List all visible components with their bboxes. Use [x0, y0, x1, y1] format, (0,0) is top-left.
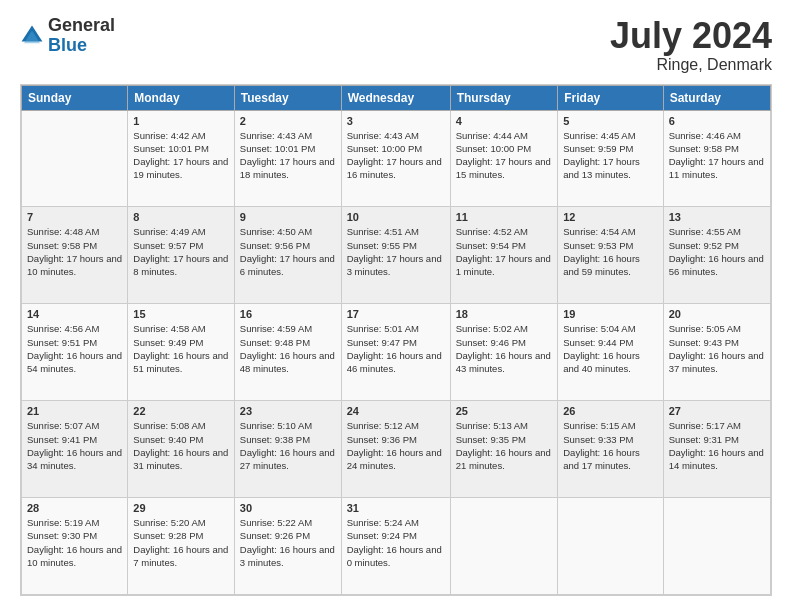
day-number: 9 [240, 211, 336, 223]
calendar-cell [663, 498, 770, 595]
calendar-cell: 23Sunrise: 5:10 AMSunset: 9:38 PMDayligh… [234, 401, 341, 498]
cell-info: Sunrise: 5:15 AMSunset: 9:33 PMDaylight:… [563, 419, 657, 472]
day-number: 11 [456, 211, 553, 223]
cell-info: Sunrise: 4:48 AMSunset: 9:58 PMDaylight:… [27, 225, 122, 278]
calendar-header: Sunday Monday Tuesday Wednesday Thursday… [22, 85, 771, 110]
cell-info: Sunrise: 5:19 AMSunset: 9:30 PMDaylight:… [27, 516, 122, 569]
calendar-cell: 7Sunrise: 4:48 AMSunset: 9:58 PMDaylight… [22, 207, 128, 304]
logo-text: General Blue [48, 16, 115, 56]
calendar-cell: 16Sunrise: 4:59 AMSunset: 9:48 PMDayligh… [234, 304, 341, 401]
cell-info: Sunrise: 5:22 AMSunset: 9:26 PMDaylight:… [240, 516, 336, 569]
header: General Blue July 2024 Ringe, Denmark [20, 16, 772, 74]
day-number: 7 [27, 211, 122, 223]
day-number: 6 [669, 115, 765, 127]
location: Ringe, Denmark [610, 56, 772, 74]
cell-info: Sunrise: 4:52 AMSunset: 9:54 PMDaylight:… [456, 225, 553, 278]
day-number: 20 [669, 308, 765, 320]
page: General Blue July 2024 Ringe, Denmark Su… [0, 0, 792, 612]
calendar-cell: 1Sunrise: 4:42 AMSunset: 10:01 PMDayligh… [128, 110, 235, 207]
cell-info: Sunrise: 5:24 AMSunset: 9:24 PMDaylight:… [347, 516, 445, 569]
day-number: 21 [27, 405, 122, 417]
cell-info: Sunrise: 4:45 AMSunset: 9:59 PMDaylight:… [563, 129, 657, 182]
calendar-week-3: 21Sunrise: 5:07 AMSunset: 9:41 PMDayligh… [22, 401, 771, 498]
day-number: 27 [669, 405, 765, 417]
calendar-cell: 5Sunrise: 4:45 AMSunset: 9:59 PMDaylight… [558, 110, 663, 207]
day-number: 4 [456, 115, 553, 127]
month-title: July 2024 [610, 16, 772, 56]
calendar-cell: 20Sunrise: 5:05 AMSunset: 9:43 PMDayligh… [663, 304, 770, 401]
day-number: 1 [133, 115, 229, 127]
cell-info: Sunrise: 4:49 AMSunset: 9:57 PMDaylight:… [133, 225, 229, 278]
calendar-cell: 8Sunrise: 4:49 AMSunset: 9:57 PMDaylight… [128, 207, 235, 304]
day-number: 25 [456, 405, 553, 417]
cell-info: Sunrise: 5:04 AMSunset: 9:44 PMDaylight:… [563, 322, 657, 375]
day-number: 23 [240, 405, 336, 417]
calendar-body: 1Sunrise: 4:42 AMSunset: 10:01 PMDayligh… [22, 110, 771, 594]
cell-info: Sunrise: 4:58 AMSunset: 9:49 PMDaylight:… [133, 322, 229, 375]
day-number: 31 [347, 502, 445, 514]
calendar-cell: 3Sunrise: 4:43 AMSunset: 10:00 PMDayligh… [341, 110, 450, 207]
col-wednesday: Wednesday [341, 85, 450, 110]
calendar-cell: 28Sunrise: 5:19 AMSunset: 9:30 PMDayligh… [22, 498, 128, 595]
cell-info: Sunrise: 5:12 AMSunset: 9:36 PMDaylight:… [347, 419, 445, 472]
cell-info: Sunrise: 5:07 AMSunset: 9:41 PMDaylight:… [27, 419, 122, 472]
day-number: 12 [563, 211, 657, 223]
day-number: 15 [133, 308, 229, 320]
calendar-cell: 29Sunrise: 5:20 AMSunset: 9:28 PMDayligh… [128, 498, 235, 595]
cell-info: Sunrise: 5:17 AMSunset: 9:31 PMDaylight:… [669, 419, 765, 472]
calendar-cell: 24Sunrise: 5:12 AMSunset: 9:36 PMDayligh… [341, 401, 450, 498]
logo-general-text: General [48, 16, 115, 36]
calendar-cell: 13Sunrise: 4:55 AMSunset: 9:52 PMDayligh… [663, 207, 770, 304]
calendar: Sunday Monday Tuesday Wednesday Thursday… [20, 84, 772, 596]
cell-info: Sunrise: 5:13 AMSunset: 9:35 PMDaylight:… [456, 419, 553, 472]
cell-info: Sunrise: 5:01 AMSunset: 9:47 PMDaylight:… [347, 322, 445, 375]
cell-info: Sunrise: 4:44 AMSunset: 10:00 PMDaylight… [456, 129, 553, 182]
day-number: 22 [133, 405, 229, 417]
day-number: 14 [27, 308, 122, 320]
cell-info: Sunrise: 4:43 AMSunset: 10:00 PMDaylight… [347, 129, 445, 182]
col-sunday: Sunday [22, 85, 128, 110]
day-number: 19 [563, 308, 657, 320]
calendar-week-2: 14Sunrise: 4:56 AMSunset: 9:51 PMDayligh… [22, 304, 771, 401]
title-block: July 2024 Ringe, Denmark [610, 16, 772, 74]
calendar-cell: 18Sunrise: 5:02 AMSunset: 9:46 PMDayligh… [450, 304, 558, 401]
col-tuesday: Tuesday [234, 85, 341, 110]
day-number: 8 [133, 211, 229, 223]
day-number: 3 [347, 115, 445, 127]
cell-info: Sunrise: 4:59 AMSunset: 9:48 PMDaylight:… [240, 322, 336, 375]
calendar-week-4: 28Sunrise: 5:19 AMSunset: 9:30 PMDayligh… [22, 498, 771, 595]
day-number: 18 [456, 308, 553, 320]
calendar-cell: 22Sunrise: 5:08 AMSunset: 9:40 PMDayligh… [128, 401, 235, 498]
col-saturday: Saturday [663, 85, 770, 110]
cell-info: Sunrise: 4:50 AMSunset: 9:56 PMDaylight:… [240, 225, 336, 278]
cell-info: Sunrise: 4:51 AMSunset: 9:55 PMDaylight:… [347, 225, 445, 278]
day-number: 2 [240, 115, 336, 127]
calendar-cell [558, 498, 663, 595]
cell-info: Sunrise: 4:54 AMSunset: 9:53 PMDaylight:… [563, 225, 657, 278]
logo: General Blue [20, 16, 115, 56]
calendar-cell: 15Sunrise: 4:58 AMSunset: 9:49 PMDayligh… [128, 304, 235, 401]
calendar-cell: 21Sunrise: 5:07 AMSunset: 9:41 PMDayligh… [22, 401, 128, 498]
calendar-cell [450, 498, 558, 595]
day-number: 10 [347, 211, 445, 223]
day-number: 5 [563, 115, 657, 127]
calendar-cell: 27Sunrise: 5:17 AMSunset: 9:31 PMDayligh… [663, 401, 770, 498]
cell-info: Sunrise: 4:56 AMSunset: 9:51 PMDaylight:… [27, 322, 122, 375]
day-number: 13 [669, 211, 765, 223]
day-number: 16 [240, 308, 336, 320]
day-number: 26 [563, 405, 657, 417]
calendar-cell: 11Sunrise: 4:52 AMSunset: 9:54 PMDayligh… [450, 207, 558, 304]
calendar-table: Sunday Monday Tuesday Wednesday Thursday… [21, 85, 771, 595]
calendar-cell [22, 110, 128, 207]
calendar-cell: 31Sunrise: 5:24 AMSunset: 9:24 PMDayligh… [341, 498, 450, 595]
calendar-cell: 25Sunrise: 5:13 AMSunset: 9:35 PMDayligh… [450, 401, 558, 498]
calendar-cell: 14Sunrise: 4:56 AMSunset: 9:51 PMDayligh… [22, 304, 128, 401]
cell-info: Sunrise: 5:10 AMSunset: 9:38 PMDaylight:… [240, 419, 336, 472]
calendar-cell: 26Sunrise: 5:15 AMSunset: 9:33 PMDayligh… [558, 401, 663, 498]
col-friday: Friday [558, 85, 663, 110]
calendar-cell: 12Sunrise: 4:54 AMSunset: 9:53 PMDayligh… [558, 207, 663, 304]
calendar-week-0: 1Sunrise: 4:42 AMSunset: 10:01 PMDayligh… [22, 110, 771, 207]
cell-info: Sunrise: 4:43 AMSunset: 10:01 PMDaylight… [240, 129, 336, 182]
day-number: 30 [240, 502, 336, 514]
header-row: Sunday Monday Tuesday Wednesday Thursday… [22, 85, 771, 110]
